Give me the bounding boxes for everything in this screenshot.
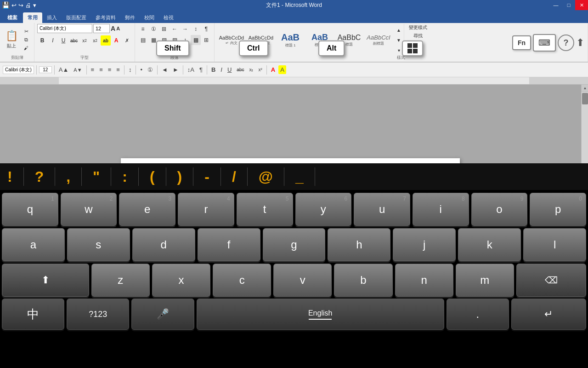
bold-button[interactable]: B (37, 35, 47, 46)
subscript-bar-btn[interactable]: x₂ (247, 66, 255, 73)
strikethrough-button[interactable]: abc (69, 35, 79, 46)
sym-question[interactable]: ? (35, 168, 44, 185)
styles-scroll-up-button[interactable]: ▲ (394, 25, 404, 35)
key-m[interactable]: m (456, 264, 514, 297)
key-f[interactable]: f (198, 228, 260, 261)
document-area[interactable]: ⌐ ¬ Mirrorop Receiver.....↵ ▲ ▼ (0, 85, 588, 163)
key-k[interactable]: k (458, 228, 521, 261)
align-left-button[interactable]: ▤ (138, 35, 148, 45)
help-circle-button[interactable]: ? (558, 34, 574, 51)
win-overlay-key[interactable] (402, 40, 423, 56)
sym-openparen[interactable]: ( (150, 168, 155, 185)
font-name-selector[interactable]: Calibri (本文) (37, 24, 92, 33)
minimize-button[interactable]: — (549, 0, 562, 10)
sym-quote[interactable]: " (93, 168, 100, 185)
highlight-bar-btn[interactable]: A (278, 65, 286, 74)
show-marks-bar-icon[interactable]: ¶ (198, 65, 204, 74)
change-styles-button[interactable]: 變更樣式 (409, 24, 427, 31)
font-size-selector[interactable]: 12 (93, 24, 110, 33)
style-subtitle[interactable]: AaBbCcI 副標題 (364, 26, 393, 54)
tab-references[interactable]: 參考資料 (91, 12, 120, 23)
tab-insert[interactable]: 插入 (42, 12, 62, 23)
indent-increase-button[interactable]: → (180, 24, 190, 34)
font-color-button[interactable]: A (111, 35, 121, 46)
key-u[interactable]: u7 (354, 193, 410, 226)
space-key[interactable]: English (197, 299, 444, 330)
alt-overlay-key[interactable]: Alt (318, 40, 345, 56)
ctrl-overlay-key[interactable]: Ctrl (239, 40, 268, 56)
grow-font-icon[interactable]: A▲ (57, 65, 71, 74)
font-grow-button[interactable]: A (111, 25, 115, 32)
shift-overlay-key[interactable]: Shift (156, 40, 189, 56)
indent-decrease-button[interactable]: ← (170, 24, 180, 34)
style-heading1[interactable]: AaB 標題 1 (276, 26, 305, 54)
print-icon[interactable]: 🖨 (25, 2, 31, 9)
shading-button[interactable]: ▩ (191, 35, 201, 45)
keyboard-icon-button[interactable]: ⌨ (533, 34, 556, 52)
shift-key[interactable]: ⬆ (2, 264, 89, 297)
document-content[interactable]: Mirrorop Receiver.....↵ (121, 158, 460, 163)
key-y[interactable]: y6 (295, 193, 352, 226)
customize-icon[interactable]: ▾ (33, 2, 36, 9)
sym-dash[interactable]: - (204, 168, 209, 185)
key-a[interactable]: a (2, 228, 65, 261)
superscript-button[interactable]: x2 (90, 35, 100, 46)
key-v[interactable]: v (273, 264, 332, 297)
undo-icon[interactable]: ↩ (11, 2, 17, 9)
text-color-bar-btn[interactable]: A (269, 65, 277, 74)
tab-mailings[interactable]: 郵件 (120, 12, 140, 23)
sort-button[interactable]: ↕ (191, 24, 201, 34)
sym-underscore[interactable]: _ (295, 168, 304, 185)
key-b[interactable]: b (334, 264, 392, 297)
paste-button[interactable]: 📋 貼上 (3, 27, 20, 52)
enter-key[interactable]: ↵ (511, 299, 586, 330)
save-icon[interactable]: 💾 (2, 1, 10, 9)
shrink-font-icon[interactable]: A▼ (72, 66, 84, 74)
strikethrough-bar-btn[interactable]: abc (235, 66, 246, 73)
num123-key[interactable]: ?123 (67, 299, 129, 330)
scroll-thumb[interactable] (582, 93, 588, 104)
align-center-icon[interactable]: ≡ (97, 65, 105, 74)
align-right-icon[interactable]: ≡ (106, 65, 113, 74)
key-z[interactable]: z (91, 264, 150, 297)
indent-dec-icon[interactable]: ◄ (160, 65, 170, 74)
line-spacing-icon[interactable]: ↕ (127, 65, 134, 74)
scroll-up-button[interactable]: ▲ (582, 85, 588, 92)
italic-bar-btn[interactable]: I (219, 65, 224, 74)
align-left-icon[interactable]: ≡ (89, 65, 96, 74)
upload-button[interactable]: ⬆ (576, 37, 584, 49)
font-bar-name[interactable]: Calibri (本文) (3, 66, 34, 74)
show-marks-button[interactable]: ¶ (201, 24, 211, 34)
superscript-bar-btn[interactable]: x² (256, 66, 264, 73)
copy-button[interactable]: ⧉ (21, 36, 31, 43)
tab-file[interactable]: 檔案 (2, 12, 23, 23)
fn-key-icon[interactable]: Fn (512, 35, 531, 50)
multilevel-button[interactable]: ⊞ (159, 24, 169, 34)
key-g[interactable]: g (263, 228, 326, 261)
key-i[interactable]: i8 (413, 193, 469, 226)
sym-slash[interactable]: / (232, 168, 236, 185)
numbering-button[interactable]: ① (148, 24, 158, 34)
key-j[interactable]: j (393, 228, 456, 261)
key-e[interactable]: e3 (119, 193, 175, 226)
sym-exclaim[interactable]: ! (7, 168, 12, 185)
subscript-button[interactable]: x2 (79, 35, 90, 46)
underline-button[interactable]: U (58, 35, 68, 46)
underline-bar-btn[interactable]: U (226, 65, 233, 74)
text-highlight-button[interactable]: ab (101, 35, 111, 46)
key-n[interactable]: n (395, 264, 453, 297)
key-r[interactable]: r4 (178, 193, 234, 226)
tab-pagelayout[interactable]: 版面配置 (62, 12, 91, 23)
key-o[interactable]: o9 (471, 193, 528, 226)
sym-closeparen[interactable]: ) (177, 168, 182, 185)
key-p[interactable]: p0 (530, 193, 586, 226)
key-d[interactable]: d (132, 228, 195, 261)
numbering-bar-icon[interactable]: ① (146, 65, 155, 74)
cut-button[interactable]: ✂ (21, 28, 31, 35)
tab-review[interactable]: 校閱 (140, 12, 159, 23)
chinese-lang-key[interactable]: 中 (2, 299, 64, 330)
right-scrollbar[interactable]: ▲ ▼ (581, 85, 588, 163)
microphone-key[interactable]: 🎤 (131, 299, 194, 330)
backspace-key[interactable]: ⌫ (516, 264, 586, 297)
italic-button[interactable]: I (48, 35, 58, 46)
